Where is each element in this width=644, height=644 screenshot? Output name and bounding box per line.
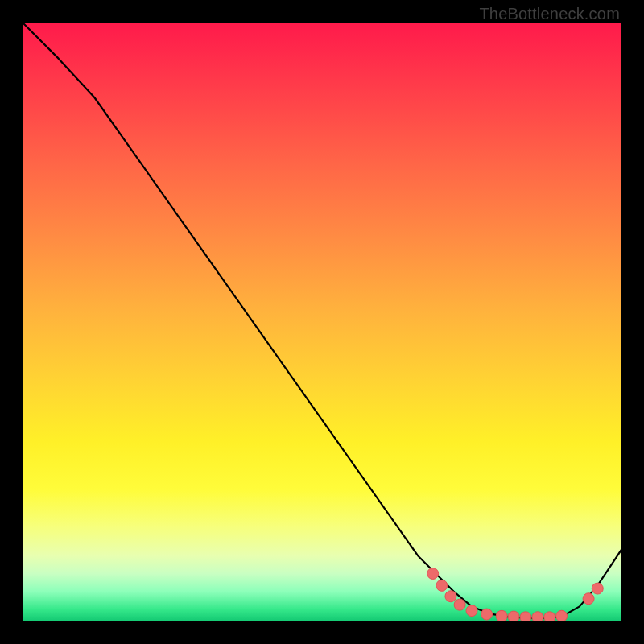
chart-frame: TheBottleneck.com	[0, 0, 644, 644]
watermark-label: TheBottleneck.com	[479, 5, 620, 23]
gradient-background	[23, 23, 621, 621]
